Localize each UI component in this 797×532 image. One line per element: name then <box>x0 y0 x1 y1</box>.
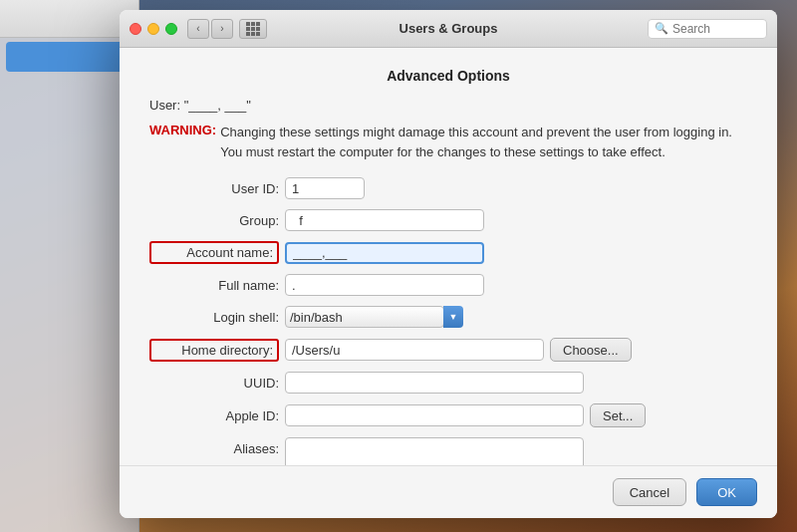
grid-icon <box>246 22 260 36</box>
sidebar-header <box>0 0 138 38</box>
user-line: User: "____, ___" <box>149 98 747 113</box>
full-name-input[interactable] <box>285 274 484 296</box>
dialog-footer: Cancel OK <box>120 465 777 518</box>
minimize-button[interactable] <box>147 23 159 35</box>
full-name-label: Full name: <box>149 278 279 293</box>
user-id-row: User ID: <box>149 177 747 199</box>
aliases-container: + − <box>285 437 584 465</box>
dialog-content: Advanced Options User: "____, ___" WARNI… <box>120 48 777 465</box>
forward-button[interactable]: › <box>211 19 233 39</box>
apple-id-label: Apple ID: <box>149 408 279 423</box>
ok-button[interactable]: OK <box>696 478 757 506</box>
warning-label: WARNING: <box>149 123 216 161</box>
window-title: Users & Groups <box>399 21 498 36</box>
choose-button[interactable]: Choose... <box>550 338 632 362</box>
shell-dropdown-arrow[interactable]: ▼ <box>443 306 463 328</box>
aliases-textarea[interactable] <box>285 437 584 465</box>
grid-view-button[interactable] <box>239 19 267 39</box>
user-value: "____, ___" <box>184 98 251 113</box>
search-bar[interactable]: 🔍 <box>648 19 767 39</box>
home-directory-input[interactable] <box>285 339 544 361</box>
search-icon: 🔍 <box>655 22 668 35</box>
traffic-lights <box>130 23 177 35</box>
home-directory-label: Home directory: <box>149 339 279 362</box>
group-label: Group: <box>149 213 279 228</box>
close-button[interactable] <box>130 23 141 35</box>
apple-id-input[interactable] <box>285 404 584 426</box>
group-input[interactable] <box>285 209 484 231</box>
user-label: User: <box>149 98 180 113</box>
aliases-label: Aliases: <box>149 437 279 456</box>
uuid-input[interactable] <box>285 372 584 394</box>
user-id-label: User ID: <box>149 181 279 196</box>
dialog-title: Advanced Options <box>149 68 747 84</box>
sidebar-selected-item <box>6 42 133 72</box>
home-directory-row: Home directory: Choose... <box>149 338 747 362</box>
group-row: Group: <box>149 209 747 231</box>
cancel-button[interactable]: Cancel <box>613 478 686 506</box>
full-name-row: Full name: <box>149 274 747 296</box>
account-name-row: Account name: <box>149 241 747 264</box>
uuid-label: UUID: <box>149 376 279 391</box>
account-name-input[interactable] <box>285 242 484 264</box>
maximize-button[interactable] <box>165 23 177 35</box>
aliases-row: Aliases: + − <box>149 437 747 465</box>
login-shell-label: Login shell: <box>149 310 279 325</box>
sidebar-panel <box>0 0 139 532</box>
warning-box: WARNING: Changing these settings might d… <box>149 123 747 161</box>
login-shell-row: Login shell: /bin/bash /bin/zsh /bin/sh … <box>149 306 747 328</box>
set-button[interactable]: Set... <box>590 403 646 427</box>
apple-id-row: Apple ID: Set... <box>149 403 747 427</box>
uuid-row: UUID: <box>149 372 747 394</box>
account-name-label: Account name: <box>149 241 279 264</box>
back-button[interactable]: ‹ <box>187 19 209 39</box>
login-shell-select[interactable]: /bin/bash /bin/zsh /bin/sh /bin/tcsh <box>285 306 444 328</box>
nav-buttons: ‹ › <box>187 19 233 39</box>
main-window: ‹ › Users & Groups 🔍 Advanced Options Us… <box>120 10 777 518</box>
shell-select-wrapper: /bin/bash /bin/zsh /bin/sh /bin/tcsh ▼ <box>285 306 463 328</box>
search-input[interactable] <box>672 22 752 36</box>
title-bar: ‹ › Users & Groups 🔍 <box>120 10 777 48</box>
warning-text: Changing these settings might damage thi… <box>220 123 747 161</box>
user-id-input[interactable] <box>285 177 365 199</box>
